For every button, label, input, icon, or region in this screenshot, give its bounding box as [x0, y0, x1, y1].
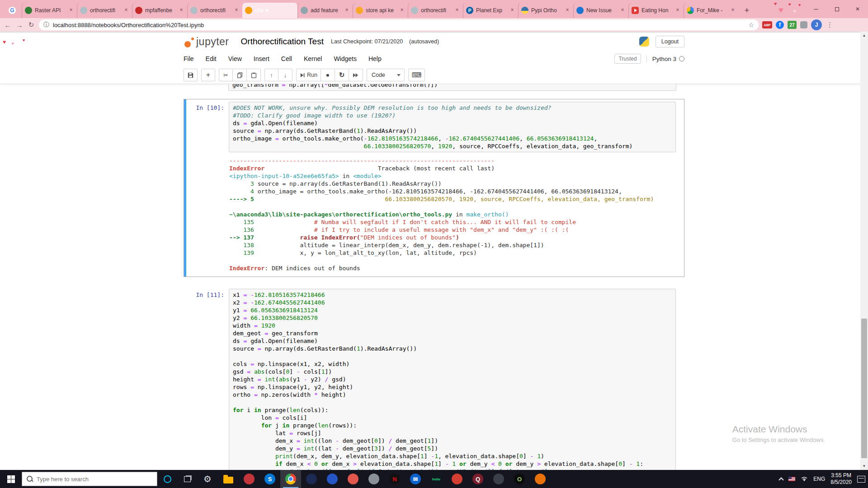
task-view-button[interactable] — [177, 470, 197, 488]
code-editor[interactable]: geo_transform = np.array([*dem_dataset.G… — [232, 84, 672, 89]
minimize-button[interactable] — [806, 0, 826, 18]
code-input[interactable]: x1 = -162.8105163574218466x2 = -162.6740… — [229, 289, 676, 470]
tab-close-icon[interactable] — [454, 7, 460, 14]
cortana-button[interactable] — [157, 470, 177, 488]
taskbar-app-app-darkblue[interactable] — [301, 470, 322, 488]
language-flag-icon[interactable] — [788, 477, 795, 481]
language-indicator[interactable]: ENG — [813, 476, 825, 482]
logout-button[interactable]: Logout — [656, 36, 684, 47]
wifi-icon[interactable] — [801, 476, 808, 482]
tab-store-api-key[interactable]: store api ke — [353, 3, 408, 18]
taskbar-app-app-grey[interactable] — [363, 470, 384, 488]
tab-add-feature[interactable]: add feature — [297, 3, 353, 18]
tab-active[interactable]: che ♥ — [242, 3, 297, 18]
scroll-up-icon[interactable]: ▲ — [860, 32, 868, 39]
add-cell-button[interactable] — [201, 69, 215, 81]
menu-insert[interactable]: Insert — [254, 55, 269, 62]
code-cell-10[interactable]: In [10]: #DOES NOT WORK, unsure why. Pos… — [184, 99, 684, 277]
site-info-icon[interactable] — [43, 21, 49, 29]
tab-close-icon[interactable] — [123, 7, 129, 14]
code-cell-partial[interactable]: geo_transform = np.array([*dem_dataset.G… — [184, 84, 684, 91]
reload-icon[interactable]: ↻ — [27, 21, 35, 29]
copy-cell-button[interactable] — [233, 69, 247, 81]
extensions-puzzle-icon[interactable] — [800, 21, 807, 28]
taskbar-app-chrome[interactable] — [280, 470, 301, 488]
maximize-button[interactable] — [826, 0, 847, 18]
taskbar-app-netflix[interactable]: N — [384, 470, 405, 488]
tab-planet-explorer[interactable]: Planet Exp — [463, 3, 518, 18]
code-cell-11[interactable]: In [11]: x1 = -162.8105163574218466x2 = … — [184, 286, 684, 470]
cut-cell-button[interactable] — [219, 69, 233, 81]
cell-type-dropdown[interactable]: Code — [367, 69, 405, 81]
tray-chevron-icon[interactable] — [779, 477, 784, 482]
tab-close-icon[interactable] — [233, 7, 240, 14]
interrupt-kernel-button[interactable] — [321, 69, 335, 81]
notebook-title[interactable]: Orthorectification Test — [241, 37, 324, 47]
tab-close-icon[interactable] — [564, 7, 571, 14]
code-input[interactable]: #DOES NOT WORK, unsure why. Possibly DEM… — [229, 102, 676, 152]
menu-file[interactable]: File — [184, 55, 194, 62]
tab-raster-api[interactable]: Raster API — [22, 3, 77, 18]
menu-cell[interactable]: Cell — [281, 55, 292, 62]
profile-avatar[interactable]: J — [811, 19, 822, 30]
scrollbar-thumb[interactable] — [861, 319, 867, 458]
restart-run-all-button[interactable] — [349, 69, 363, 81]
bookmark-star-icon[interactable] — [748, 21, 754, 28]
tab-close-icon[interactable] — [675, 7, 681, 14]
taskbar-clock[interactable]: 3:55 PM 8/5/2020 — [830, 472, 852, 486]
back-icon[interactable]: ← — [4, 21, 12, 29]
taskbar-app-app-blue[interactable] — [322, 470, 343, 488]
scrollbar-track[interactable] — [860, 39, 868, 462]
taskbar-app-mail[interactable]: ✉ — [405, 470, 426, 488]
taskbar-app-file-explorer[interactable] — [218, 470, 239, 488]
code-input[interactable]: geo_transform = np.array([*dem_dataset.G… — [228, 84, 676, 91]
tab-orthorectification-3[interactable]: orthorectifi — [408, 3, 463, 18]
close-button[interactable]: ✕ — [847, 0, 868, 18]
jupyter-logo[interactable]: jupyter — [184, 36, 229, 48]
tab-close-icon[interactable] — [619, 7, 626, 14]
menu-view[interactable]: View — [228, 55, 242, 62]
tab-for-mike-drive[interactable]: For_Mike - — [684, 3, 739, 18]
menu-widgets[interactable]: Widgets — [334, 55, 357, 62]
pinned-tab-google[interactable]: G — [3, 3, 22, 18]
start-button[interactable] — [0, 470, 22, 488]
taskbar-app-hulu[interactable]: hulu — [426, 470, 447, 488]
forward-icon[interactable]: → — [15, 21, 24, 29]
taskbar-app-settings[interactable]: ⚙ — [197, 470, 218, 488]
tab-close-icon[interactable] — [509, 7, 515, 14]
address-bar[interactable]: localhost:8888/notebooks/Orthorectificat… — [39, 19, 759, 30]
facebook-extension-icon[interactable]: f — [776, 21, 784, 29]
tab-close-icon[interactable] — [288, 7, 295, 14]
code-editor[interactable]: x1 = -162.8105163574218466x2 = -162.6740… — [233, 291, 672, 470]
scroll-down-icon[interactable]: ▼ — [860, 462, 868, 470]
command-palette-button[interactable] — [408, 69, 425, 81]
tab-mpfaffenbe[interactable]: mpfaffenbe — [132, 3, 187, 18]
taskbar-app-skype[interactable]: S — [259, 470, 280, 488]
taskbar-app-app-red-face[interactable] — [447, 470, 467, 488]
new-tab-button[interactable] — [741, 4, 753, 17]
menu-edit[interactable]: Edit — [206, 55, 217, 62]
paste-cell-button[interactable] — [247, 69, 261, 81]
tab-eating-video[interactable]: Eating Hon — [628, 3, 684, 18]
adblock-extension-icon[interactable]: ABP — [762, 21, 772, 28]
extension-badge-counter[interactable]: 27 — [788, 21, 797, 29]
menu-help[interactable]: Help — [368, 55, 382, 62]
taskbar-app-app-orange[interactable] — [530, 470, 551, 488]
tab-orthorectification-1[interactable]: orthorectifi — [77, 3, 132, 18]
browser-menu-icon[interactable] — [826, 21, 834, 29]
tab-new-issue[interactable]: New Issue — [573, 3, 628, 18]
tab-close-icon[interactable] — [344, 7, 350, 14]
tab-close-icon[interactable] — [399, 7, 405, 14]
tab-pypi-ortho[interactable]: Pypi Ortho — [518, 3, 573, 18]
code-editor[interactable]: #DOES NOT WORK, unsure why. Possibly DEM… — [233, 104, 672, 150]
taskbar-app-app-q[interactable]: Q — [467, 470, 488, 488]
menu-kernel[interactable]: Kernel — [304, 55, 322, 62]
taskbar-app-app-dark[interactable] — [488, 470, 509, 488]
taskbar-app-app-green-ring[interactable]: O — [509, 470, 530, 488]
tab-close-icon[interactable] — [730, 7, 736, 14]
tab-close-icon[interactable] — [68, 7, 74, 14]
move-cell-up-button[interactable] — [264, 69, 278, 81]
tab-close-icon[interactable] — [178, 7, 184, 14]
taskbar-search[interactable]: Type here to search — [22, 472, 157, 486]
page-scrollbar[interactable]: ▲ ▼ — [860, 32, 868, 470]
